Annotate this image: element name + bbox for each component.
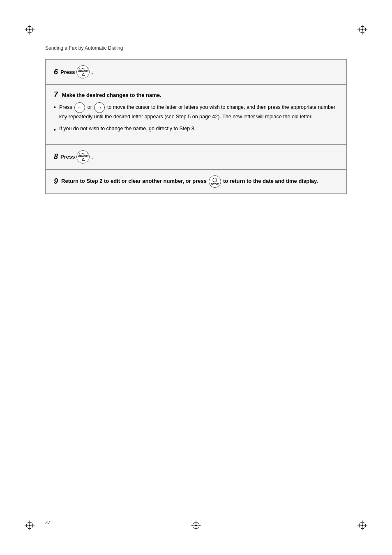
stop-key: ◯ STOP: [209, 175, 221, 188]
step-9-number: 9: [54, 175, 58, 187]
step-9-content: 9 Return to Step 2 to edit or clear anot…: [54, 175, 338, 188]
step-8-press-label: Press: [60, 154, 75, 160]
step-6-inline: 6 Press START/MEMORY △ .: [54, 65, 338, 78]
reg-mark-tr: [357, 25, 367, 35]
step-7-body: • Press ← or → to move the cursor to the…: [54, 102, 338, 134]
start-memory-key-6: START/MEMORY △: [76, 65, 90, 78]
reg-mark-bl: [25, 520, 35, 530]
step-7-bullet-2-text: If you do not wish to change the name, g…: [59, 125, 338, 133]
reg-mark-br: [357, 520, 367, 530]
page-header: Sending a Fax by Automatic Dialing: [45, 45, 347, 51]
steps-container: 6 Press START/MEMORY △ . 7 Make the desi…: [45, 59, 347, 194]
step-8-row: 8 Press START/MEMORY △ .: [46, 145, 346, 170]
bullet-dot-2: •: [54, 126, 56, 134]
step-9-text-after: to return to the date and time display.: [223, 177, 318, 186]
left-arrow-key: ←: [74, 102, 85, 113]
header-text: Sending a Fax by Automatic Dialing: [45, 45, 123, 51]
step-8-period: .: [91, 154, 93, 160]
step-8-inline: 8 Press START/MEMORY △ .: [54, 150, 338, 164]
start-memory-key-8: START/MEMORY △: [76, 150, 90, 164]
step-6-period: .: [91, 69, 93, 75]
right-arrow-key: →: [94, 102, 105, 113]
step-8-number: 8: [54, 152, 58, 161]
step-7-bullet-2: • If you do not wish to change the name,…: [54, 125, 338, 134]
step-7-bullet-1-text: Press ← or → to move the cursor to the l…: [59, 102, 338, 121]
page-content: Sending a Fax by Automatic Dialing 6 Pre…: [45, 45, 347, 510]
step-7-number: 7: [54, 90, 58, 99]
press-label-7: Press: [59, 104, 74, 110]
reg-mark-bm: [191, 520, 201, 530]
bullet-dot-1: •: [54, 103, 56, 112]
step-6-number: 6: [54, 68, 58, 76]
step-9-text-before: Return to Step 2 to edit or clear anothe…: [61, 177, 207, 186]
step-7-title: Make the desired changes to the name.: [62, 92, 161, 98]
step-7-bullet-1: • Press ← or → to move the cursor to the…: [54, 102, 338, 121]
step-7-row: 7 Make the desired changes to the name. …: [46, 85, 346, 145]
step-6-row: 6 Press START/MEMORY △ .: [46, 60, 346, 85]
page-number: 44: [45, 520, 51, 526]
step-7-header: 7 Make the desired changes to the name.: [54, 90, 338, 99]
reg-mark-tl: [25, 25, 35, 35]
step-9-row: 9 Return to Step 2 to edit or clear anot…: [46, 170, 346, 193]
or-label: or: [88, 104, 94, 110]
step-6-press-label: Press: [60, 69, 75, 75]
